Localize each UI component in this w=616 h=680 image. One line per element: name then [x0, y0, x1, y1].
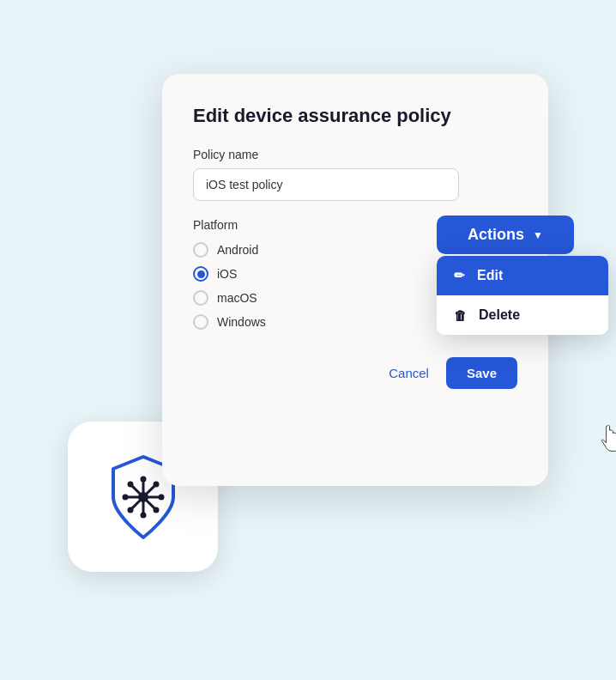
policy-name-input[interactable]	[193, 168, 459, 201]
scene: Edit device assurance policy Policy name…	[68, 57, 548, 623]
actions-button[interactable]: Actions ▼	[437, 216, 574, 254]
cancel-button[interactable]: Cancel	[385, 359, 432, 387]
svg-point-15	[153, 481, 159, 487]
delete-label: Delete	[479, 307, 520, 323]
svg-line-6	[147, 501, 154, 508]
trash-icon: 🗑	[454, 308, 467, 323]
svg-point-16	[127, 507, 133, 513]
cursor-icon	[598, 425, 616, 452]
actions-button-label: Actions	[468, 226, 524, 244]
radio-label-ios: iOS	[217, 267, 237, 281]
dropdown-item-edit[interactable]: ✏ Edit	[437, 256, 608, 295]
radio-label-windows: Windows	[217, 315, 266, 329]
actions-dropdown-menu: ✏ Edit 🗑 Delete	[437, 256, 608, 335]
policy-name-label: Policy name	[193, 148, 517, 161]
svg-point-10	[140, 512, 146, 518]
actions-container: Actions ▼ ✏ Edit 🗑 Delete	[437, 216, 574, 254]
radio-circle-windows	[193, 314, 208, 330]
svg-point-12	[158, 494, 164, 500]
svg-point-11	[122, 494, 128, 500]
dropdown-item-delete[interactable]: 🗑 Delete	[437, 295, 608, 335]
svg-point-13	[127, 481, 133, 487]
radio-circle-macos	[193, 290, 208, 306]
save-button[interactable]: Save	[446, 357, 517, 389]
edit-label: Edit	[477, 268, 503, 283]
chevron-down-icon: ▼	[533, 229, 543, 241]
svg-line-5	[131, 485, 139, 493]
svg-point-9	[140, 476, 146, 482]
svg-line-7	[147, 485, 154, 493]
radio-circle-android	[193, 242, 208, 258]
edit-icon: ✏	[454, 268, 465, 283]
svg-point-14	[153, 507, 159, 513]
svg-line-8	[131, 501, 139, 508]
policy-name-group: Policy name	[193, 148, 517, 201]
modal-footer: Cancel Save	[193, 357, 517, 389]
radio-label-android: Android	[217, 243, 258, 257]
radio-label-macos: macOS	[217, 291, 257, 305]
modal-title: Edit device assurance policy	[193, 105, 517, 127]
radio-circle-ios	[193, 266, 208, 282]
